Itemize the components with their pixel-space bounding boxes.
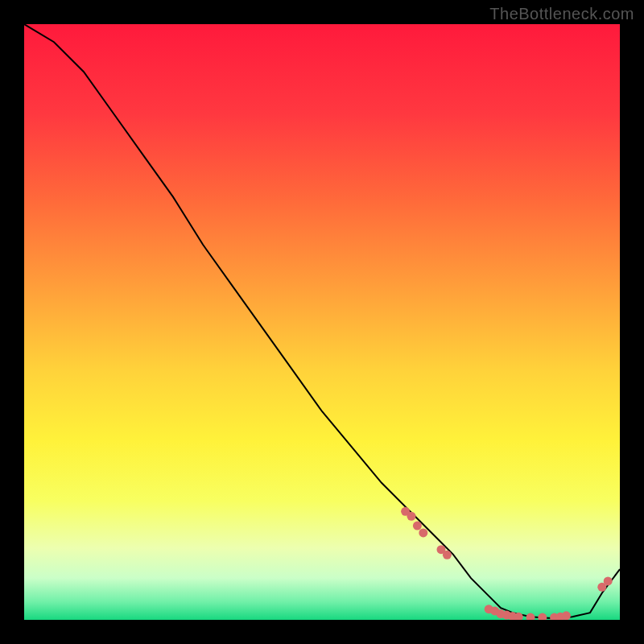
marker-group [401,507,613,620]
data-point-marker [562,611,571,620]
data-point-marker [407,512,416,521]
data-point-marker [526,613,535,620]
bottleneck-curve [24,24,620,618]
data-point-marker [443,551,452,559]
watermark-text: TheBottleneck.com [489,5,634,23]
data-point-marker [413,522,422,530]
data-point-marker [419,528,427,537]
line-layer [24,24,620,620]
data-point-marker [604,576,613,585]
chart-container: TheBottleneck.com [0,0,644,644]
plot-area [24,24,620,620]
data-point-marker [538,613,547,620]
